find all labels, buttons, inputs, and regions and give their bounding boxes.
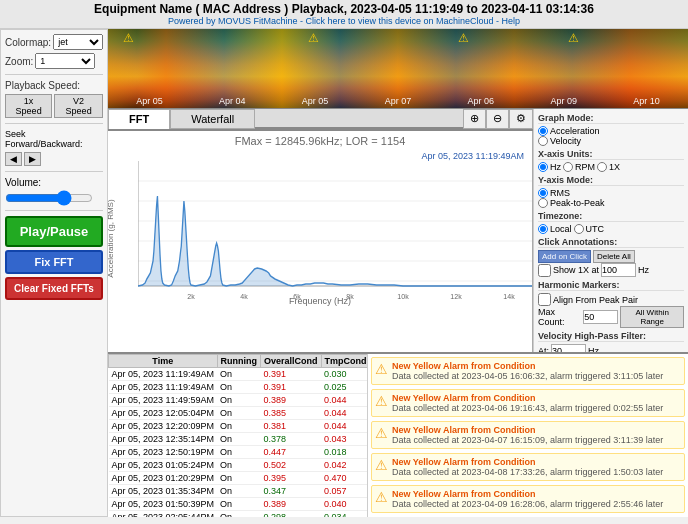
alarm-item[interactable]: ⚠ New Yellow Alarm from Condition Data c… xyxy=(371,453,685,481)
seek-back-button[interactable]: ◀ xyxy=(5,152,22,166)
alarm-detail: Data collected at 2023-04-05 16:06:32, a… xyxy=(392,371,681,381)
wf-date-1: Apr 04 xyxy=(219,96,246,106)
chart-zoom-in-button[interactable]: ⊕ xyxy=(463,109,486,129)
alarm-detail: Data collected at 2023-04-08 17:33:26, a… xyxy=(392,467,681,477)
table-cell: 0.030 xyxy=(321,368,368,381)
table-cell: 0.044 xyxy=(321,420,368,433)
volume-label: Volume: xyxy=(5,177,103,188)
table-cell: 0.389 xyxy=(261,498,322,511)
table-cell: 0.040 xyxy=(321,498,368,511)
page-subtitle[interactable]: Powered by MOVUS FitMachine - Click here… xyxy=(4,16,684,26)
play-pause-button[interactable]: Play/Pause xyxy=(5,216,103,247)
y-axis-mode-group: Y-axis Mode: RMS Peak-to-Peak xyxy=(538,175,684,208)
warning-icon-3: ⚠ xyxy=(568,31,579,45)
table-row[interactable]: Apr 05, 2023 12:50:19PMOn0.4470.0180.466… xyxy=(109,446,369,459)
harmonic-markers-group: Harmonic Markers: Align From Peak Pair M… xyxy=(538,280,684,328)
alarm-item[interactable]: ⚠ New Yellow Alarm from Condition Data c… xyxy=(371,485,685,513)
speed-1x-button[interactable]: 1x Speed xyxy=(5,94,52,118)
speed-2x-button[interactable]: V2 Speed xyxy=(54,94,103,118)
right-settings-panel: Graph Mode: Acceleration Velocity X-axis… xyxy=(533,109,688,352)
warning-icon-1: ⚠ xyxy=(308,31,319,45)
svg-text:10k: 10k xyxy=(397,292,409,301)
table-cell: Apr 05, 2023 01:50:39PM xyxy=(109,498,218,511)
table-cell: On xyxy=(217,485,261,498)
table-cell: 0.044 xyxy=(321,407,368,420)
wf-date-4: Apr 06 xyxy=(468,96,495,106)
all-within-range-button[interactable]: All Within Range xyxy=(620,306,684,328)
tz-utc-radio[interactable] xyxy=(574,224,584,234)
y-axis-mode-title: Y-axis Mode: xyxy=(538,175,684,186)
table-cell: On xyxy=(217,381,261,394)
ymode-rms-radio[interactable] xyxy=(538,188,548,198)
alarm-title: New Yellow Alarm from Condition xyxy=(392,425,681,435)
fix-fft-button[interactable]: Fix FFT xyxy=(5,250,103,274)
table-cell: 0.057 xyxy=(321,485,368,498)
hpf-at-input[interactable] xyxy=(551,344,586,352)
graph-mode-title: Graph Mode: xyxy=(538,113,684,124)
chart-settings-button[interactable]: ⚙ xyxy=(509,109,533,129)
chart-zoom-out-button[interactable]: ⊖ xyxy=(486,109,509,129)
table-row[interactable]: Apr 05, 2023 01:05:24PMOn0.5020.0420.359… xyxy=(109,459,369,472)
table-row[interactable]: Apr 05, 2023 12:20:09PMOn0.3810.0440.406… xyxy=(109,420,369,433)
table-cell: Apr 05, 2023 02:05:44PM xyxy=(109,511,218,518)
add-on-click-button[interactable]: Add on Click xyxy=(538,250,591,263)
data-table[interactable]: Time Running OverallCond TmpCond VibCond… xyxy=(108,354,368,517)
fft-chart-container[interactable]: Acceleration (g, RMS) 0.6 xyxy=(108,161,532,306)
ymode-rms-row: RMS xyxy=(538,188,684,198)
x-axis-label: Frequency (Hz) xyxy=(289,296,351,306)
alarm-text: New Yellow Alarm from Condition Data col… xyxy=(392,457,681,477)
xunit-1x-radio[interactable] xyxy=(597,162,607,172)
table-cell: On xyxy=(217,368,261,381)
alarm-title: New Yellow Alarm from Condition xyxy=(392,393,681,403)
zoom-select[interactable]: 1 2 4 xyxy=(35,53,95,69)
colormap-label: Colormap: xyxy=(5,37,51,48)
clear-fixed-button[interactable]: Clear Fixed FFTs xyxy=(5,277,103,300)
table-cell: Apr 05, 2023 12:50:19PM xyxy=(109,446,218,459)
header: Equipment Name ( MAC Address ) Playback,… xyxy=(0,0,688,29)
max-count-input[interactable] xyxy=(583,310,618,324)
graph-mode-velocity-row: Velocity xyxy=(538,136,684,146)
table-row[interactable]: Apr 05, 2023 01:50:39PMOn0.3890.0400.338… xyxy=(109,498,369,511)
xunit-rpm-radio[interactable] xyxy=(563,162,573,172)
xunit-hz-radio[interactable] xyxy=(538,162,548,172)
show-1x-input[interactable] xyxy=(601,263,636,277)
tz-local-radio[interactable] xyxy=(538,224,548,234)
graph-mode-acceleration-radio[interactable] xyxy=(538,126,548,136)
colormap-row: Colormap: jet hot cool xyxy=(5,34,103,50)
alarm-detail: Data collected at 2023-04-06 19:16:43, a… xyxy=(392,403,681,413)
table-row[interactable]: Apr 05, 2023 02:05:44PMOn0.2980.0340.279… xyxy=(109,511,369,518)
table-cell: 0.502 xyxy=(261,459,322,472)
x-axis-units-group: X-axis Units: Hz RPM 1X xyxy=(538,149,684,172)
table-cell: On xyxy=(217,446,261,459)
table-cell: Apr 05, 2023 11:19:49AM xyxy=(109,368,218,381)
wf-date-5: Apr 09 xyxy=(550,96,577,106)
table-cell: Apr 05, 2023 01:05:24PM xyxy=(109,459,218,472)
alarm-item[interactable]: ⚠ New Yellow Alarm from Condition Data c… xyxy=(371,421,685,449)
tab-fft[interactable]: FFT xyxy=(108,109,170,129)
table-row[interactable]: Apr 05, 2023 12:35:14PMOn0.3780.0430.406… xyxy=(109,433,369,446)
alarm-item[interactable]: ⚠ New Yellow Alarm from Condition Data c… xyxy=(371,357,685,385)
delete-all-button[interactable]: Delete All xyxy=(593,250,635,263)
xunit-1x-label: 1X xyxy=(609,162,620,172)
table-row[interactable]: Apr 05, 2023 11:19:49AMOn0.3910.0300.391… xyxy=(109,368,369,381)
table-row[interactable]: Apr 05, 2023 12:05:04PMOn0.3850.0440.397… xyxy=(109,407,369,420)
table-cell: On xyxy=(217,407,261,420)
alarm-item[interactable]: ⚠ New Yellow Alarm from Condition Data c… xyxy=(371,389,685,417)
table-cell: On xyxy=(217,394,261,407)
seek-fwd-button[interactable]: ▶ xyxy=(24,152,41,166)
fft-date-label: Apr 05, 2023 11:19:49AM xyxy=(108,151,532,161)
svg-text:14k: 14k xyxy=(503,292,515,301)
wf-date-6: Apr 10 xyxy=(633,96,660,106)
graph-mode-velocity-radio[interactable] xyxy=(538,136,548,146)
tab-waterfall[interactable]: Waterfall xyxy=(170,109,255,129)
align-peak-checkbox[interactable] xyxy=(538,293,551,306)
colormap-select[interactable]: jet hot cool xyxy=(53,34,103,50)
ymode-pp-radio[interactable] xyxy=(538,198,548,208)
table-row[interactable]: Apr 05, 2023 01:20:29PMOn0.3950.4700.350… xyxy=(109,472,369,485)
volume-slider[interactable] xyxy=(5,191,93,205)
show-1x-checkbox[interactable] xyxy=(538,264,551,277)
table-row[interactable]: Apr 05, 2023 11:19:49AMOn0.3910.0250.370… xyxy=(109,381,369,394)
col-running: Running xyxy=(217,355,261,368)
table-row[interactable]: Apr 05, 2023 01:35:34PMOn0.3470.0570.361… xyxy=(109,485,369,498)
table-row[interactable]: Apr 05, 2023 11:49:59AMOn0.3890.0440.397… xyxy=(109,394,369,407)
